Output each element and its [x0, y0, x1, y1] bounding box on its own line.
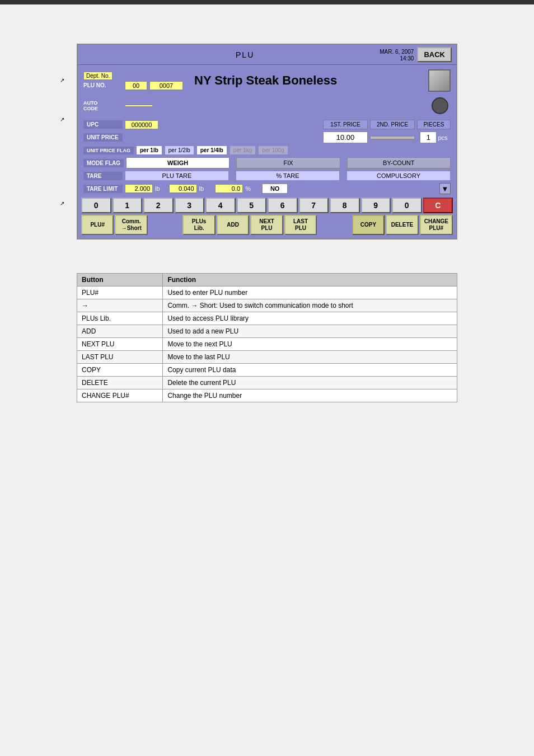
row-dept-name: Dept. No. PLU NO. 00 0007 NY Strip Steak… [81, 68, 453, 93]
table-cell-button: → [77, 299, 163, 312]
key-0b[interactable]: 0 [392, 198, 422, 213]
table-row: CHANGE PLU#Change the PLU number [77, 389, 457, 402]
mode-bycount-btn[interactable]: BY-COUNT [347, 157, 451, 168]
flag-per14lb[interactable]: per 1/4lb [196, 145, 227, 155]
tare-pct-btn[interactable]: % TARE [236, 171, 340, 181]
table-cell-function: Delete the current PLU [163, 377, 457, 389]
upc-value[interactable]: 000000 [125, 120, 158, 129]
key-5[interactable]: 5 [237, 198, 267, 213]
row-unit-price-flag: UNIT PRICE FLAG per 1lb per 1/2lb per 1/… [81, 144, 453, 156]
table-cell-function: Used to enter PLU number [163, 287, 457, 299]
mode-weigh-btn[interactable]: WEIGH [126, 157, 229, 168]
btn-delete[interactable]: DELETE [386, 215, 418, 235]
btn-change-pluw[interactable]: CHANGE PLU# [420, 215, 453, 235]
back-button[interactable]: BACK [417, 47, 452, 62]
table-cell-button: DELETE [77, 377, 163, 389]
top-bar [0, 0, 534, 4]
table-cell-button: PLU# [77, 287, 163, 299]
unit-price-1st[interactable]: 10.00 [323, 132, 368, 143]
plu-no-prefix[interactable]: 00 [125, 81, 147, 90]
dept-no-label[interactable]: Dept. No. [83, 72, 113, 80]
product-name: NY Strip Steak Boneless [194, 73, 424, 88]
table-cell-button: CHANGE PLU# [77, 389, 163, 402]
btn-last-plu[interactable]: LAST PLU [284, 215, 317, 235]
bottom-btn-row: PLU# Comm. →Short PLUs Lib. ADD NEXT PLU… [81, 215, 453, 235]
flag-per1kg[interactable]: per 1kg [229, 145, 256, 155]
price-header-pieces: PIECES [417, 120, 451, 129]
table-cell-function: Comm. → Short: Used to switch communicat… [163, 299, 457, 312]
auto-code-label: AUTO CODE [83, 100, 123, 111]
key-3[interactable]: 3 [175, 198, 205, 213]
plu-screen-wrapper: ↗ ↗ ↗ ↑ ↑ ↑ ↑ ↑ ↑ ↖ ↖ PLU MAR. 6, 2007 1… [77, 44, 457, 240]
table-cell-function: Used to access PLU library [163, 312, 457, 325]
arrow-left-top: ↗ [60, 77, 64, 83]
tare-pct-value[interactable]: 0.040 [169, 184, 197, 193]
auto-code-value[interactable] [125, 105, 153, 107]
table-cell-button: PLUs Lib. [77, 312, 163, 325]
screen-header: PLU MAR. 6, 2007 14:30 BACK [78, 45, 456, 65]
key-c[interactable]: C [423, 198, 453, 213]
btn-copy[interactable]: COPY [352, 215, 385, 235]
tare-pct-percent[interactable]: 0.0 [215, 184, 243, 193]
tare-pct-unit: lb [199, 185, 204, 192]
numpad-row: 0 1 2 3 4 5 6 7 8 9 0 C [81, 198, 453, 213]
flag-per12lb[interactable]: per 1/2lb [165, 145, 194, 155]
btn-comm-short[interactable]: Comm. →Short [115, 215, 147, 235]
flag-per1lb[interactable]: per 1lb [136, 145, 162, 155]
screen-body: Dept. No. PLU NO. 00 0007 NY Strip Steak… [78, 65, 456, 238]
screen-datetime: MAR. 6, 2007 14:30 [380, 48, 414, 62]
key-1[interactable]: 1 [113, 198, 143, 213]
tare-plu-btn[interactable]: PLU TARE [125, 171, 229, 181]
plu-no-value[interactable]: 0007 [149, 81, 183, 90]
page-content: ↗ ↗ ↗ ↑ ↑ ↑ ↑ ↑ ↑ ↖ ↖ PLU MAR. 6, 2007 1… [0, 16, 534, 414]
btn-empty-1 [149, 215, 181, 235]
unit-price-flag-label: UNIT PRICE FLAG [83, 147, 134, 154]
table-cell-button: LAST PLU [77, 351, 163, 364]
table-header-function: Function [163, 274, 457, 287]
flag-per100g[interactable]: per 100g [258, 145, 288, 155]
table-cell-function: Change the PLU number [163, 389, 457, 402]
tare-limit-unit: lb [155, 185, 160, 192]
arrow-left-bottom: ↗ [60, 200, 64, 206]
product-image-icon [428, 69, 451, 92]
key-2[interactable]: 2 [143, 198, 174, 213]
row-tare-limit: TARE LIMIT 2.000 lb 0.040 lb 0.0 % NO ▼ [81, 182, 453, 195]
row-autocode: AUTO CODE [81, 94, 453, 118]
unit-price-2nd[interactable] [370, 136, 415, 139]
pieces-value[interactable]: 1 [420, 132, 437, 143]
table-cell-button: ADD [77, 325, 163, 338]
screen-title: PLU [110, 50, 380, 59]
btn-add[interactable]: ADD [217, 215, 249, 235]
row-unit-price: UNIT PRICE 10.00 1 pcs [81, 130, 453, 144]
key-0a[interactable]: 0 [81, 198, 111, 213]
table-cell-button: COPY [77, 364, 163, 377]
tare-no-btn[interactable]: NO [262, 184, 288, 194]
key-6[interactable]: 6 [268, 198, 298, 213]
scroll-down-arrow[interactable]: ▼ [439, 183, 451, 194]
btn-plus-lib[interactable]: PLUs Lib. [182, 215, 215, 235]
key-9[interactable]: 9 [361, 198, 391, 213]
btn-pluw[interactable]: PLU# [81, 215, 114, 235]
arrow-left-mid: ↗ [60, 116, 64, 123]
unit-price-label: UNIT PRICE [83, 133, 123, 142]
plu-screen: PLU MAR. 6, 2007 14:30 BACK Dept. No. PL… [77, 44, 457, 240]
price-header-1st: 1ST. PRICE [323, 120, 368, 129]
key-4[interactable]: 4 [205, 198, 236, 213]
table-cell-function: Copy current PLU data [163, 364, 457, 377]
table-row: LAST PLUMove to the last PLU [77, 351, 457, 364]
table-row: DELETEDelete the current PLU [77, 377, 457, 389]
dept-area: Dept. No. PLU NO. 00 0007 [83, 72, 183, 90]
key-7[interactable]: 7 [299, 198, 329, 213]
tare-label: TARE [83, 172, 123, 180]
row-tare: TARE PLU TARE % TARE COMPULSORY [81, 170, 453, 182]
key-8[interactable]: 8 [330, 198, 360, 213]
tare-compulsory-btn[interactable]: COMPULSORY [346, 171, 451, 181]
circle-button[interactable] [432, 97, 448, 114]
tare-limit-value[interactable]: 2.000 [125, 184, 153, 193]
btn-next-plu[interactable]: NEXT PLU [250, 215, 283, 235]
mode-fix-btn[interactable]: FIX [236, 157, 340, 168]
table-row: →Comm. → Short: Used to switch communica… [77, 299, 457, 312]
table-row: PLU#Used to enter PLU number [77, 287, 457, 299]
table-row: ADDUsed to add a new PLU [77, 325, 457, 338]
mode-flag-label: MODE FLAG [83, 159, 124, 167]
